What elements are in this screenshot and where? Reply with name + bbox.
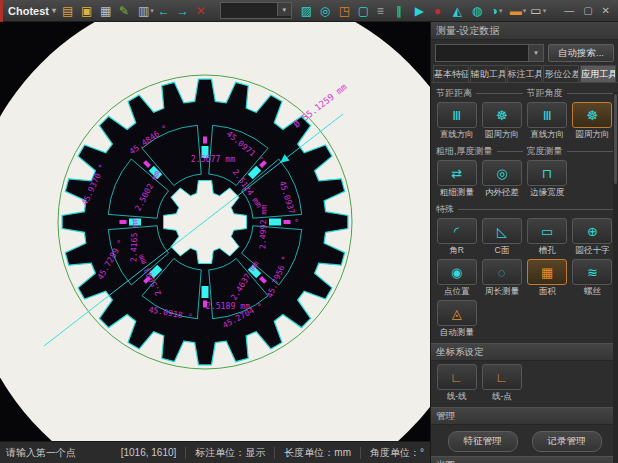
tool-area[interactable]: ▦面积 (526, 259, 569, 298)
tool-chamfer[interactable]: ◺C面 (480, 218, 523, 257)
tool-edge-width[interactable]: ⊓边缘宽度 (526, 160, 569, 199)
coordinate-tool-grid: ∟线-线∟线-点 (435, 364, 614, 403)
scale-bars-icon[interactable]: ∥ (396, 3, 411, 19)
width-measurement-label: 2.4992 mm (257, 204, 269, 249)
measure-tool-icon[interactable]: ◭ (453, 3, 468, 19)
open-folder-icon[interactable]: ▣ (81, 3, 96, 19)
tool-label: 内外径差 (485, 187, 519, 199)
new-part-icon[interactable]: ▤ (62, 3, 77, 19)
auto-measure-icon: ◬ (437, 300, 477, 326)
chevron-down-icon: ▾ (52, 6, 56, 15)
minimize-button[interactable]: — (564, 5, 574, 16)
panel-content: 节距距离 节距角度 Ⅲ直线方向☸圆周方向Ⅲ直线方向☸圆周方向 粗细,厚度测量 宽… (431, 82, 618, 463)
circle-cross-icon: ⊕ (572, 218, 612, 244)
tool-label: 直线方向 (440, 129, 474, 141)
width-measure-marker (284, 220, 291, 224)
chevron-down-icon[interactable]: ▾ (277, 3, 291, 16)
tool-corner-radius[interactable]: ◜角R (435, 218, 478, 257)
save-icon[interactable]: ▦ (100, 3, 115, 19)
camera-viewport[interactable]: 2.5677 mm2.5002 mm2.4165 mm2.5093 mm2.51… (0, 22, 430, 441)
tool-label: 圆周方向 (485, 129, 519, 141)
tool-axis-line-line[interactable]: ∟线-线 (435, 364, 478, 403)
tool-label: 线-点 (492, 391, 512, 403)
special-tool-grid: ◜角R◺C面▭槽孔⊕圆径十字◉点位置◌周长测量▦面积≋螺丝◬自动测量 (435, 218, 614, 339)
tool-label: 角R (449, 245, 464, 257)
thickness-measure-icon: ⇄ (437, 160, 477, 186)
panel-tabs: 基本特征辅助工具标注工具形位公差应用工具 (431, 65, 618, 82)
toolbar-file-group: ▤▣▦✎▥▾←→✕ (60, 3, 213, 19)
tool-label: 面积 (539, 286, 556, 298)
list-icon[interactable]: ≡ (377, 3, 392, 19)
redo-icon[interactable]: → (177, 3, 192, 19)
panel-tab-2[interactable]: 辅助工具 (470, 65, 506, 82)
tool-auto-measure[interactable]: ◬自动测量 (435, 300, 478, 339)
edit-program-icon[interactable]: ✎ (119, 3, 134, 19)
slot-hole-icon: ▭ (527, 218, 567, 244)
toolbar-tools-group: ▨◎◳▢≡∥▶●◭◍◑▾▬▾▭▾ (299, 3, 548, 19)
area-icon: ▦ (527, 259, 567, 285)
auto-search-button[interactable]: 自动搜索... (548, 44, 614, 62)
angle-unit: 角度单位：° (370, 446, 424, 460)
tool-circle-cross[interactable]: ⊕圆径十字 (571, 218, 614, 257)
manage-buttons-row: 特征管理记录管理 (435, 431, 614, 452)
panel-tab-1[interactable]: 基本特征 (433, 65, 469, 82)
pitch-angle-circular-icon: ☸ (572, 102, 612, 128)
tool-slot-hole[interactable]: ▭槽孔 (526, 218, 569, 257)
magnifier-icon[interactable]: ◎ (320, 3, 335, 19)
record-icon[interactable]: ● (434, 3, 449, 19)
panel-tab-4[interactable]: 形位公差 (543, 65, 579, 82)
width-measurement-label: 2.5677 mm (191, 154, 235, 164)
record-manage-button[interactable]: 记录管理 (532, 431, 602, 452)
tool-screw-thread[interactable]: ≋螺丝 (571, 259, 614, 298)
tool-thickness-measure[interactable]: ⇄粗细测量 (435, 160, 478, 199)
tool-axis-line-point[interactable]: ∟线-点 (480, 364, 523, 403)
tool-point-position[interactable]: ◉点位置 (435, 259, 478, 298)
tool-pitch-distance-circular[interactable]: ☸圆周方向 (480, 102, 523, 141)
annotation-unit: 标注单位：显示 (195, 446, 265, 460)
pitch-angle-linear-icon: Ⅲ (527, 102, 567, 128)
pitch-distance-linear-icon: Ⅲ (437, 102, 477, 128)
application-window: Chotest ▾ ▤▣▦✎▥▾←→✕ ▾ ▨◎◳▢≡∥▶●◭◍◑▾▬▾▭▾ —… (0, 0, 618, 463)
pitch-distance-circular-icon: ☸ (482, 102, 522, 128)
panel-title: 测量-设定数据 (431, 22, 618, 40)
rotate-tool-icon[interactable]: ◑▾ (491, 3, 506, 19)
close-button[interactable]: ✕ (602, 5, 610, 16)
tool-label: 粗细测量 (440, 187, 474, 199)
run-icon[interactable]: ▶ (415, 3, 430, 19)
feature-combobox[interactable]: ▾ (435, 44, 544, 62)
tool-pitch-distance-linear[interactable]: Ⅲ直线方向 (435, 102, 478, 141)
toolbar-combobox[interactable]: ▾ (220, 2, 292, 19)
chamfer-icon: ◺ (482, 218, 522, 244)
chevron-down-icon[interactable]: ▾ (528, 45, 543, 61)
panel-tab-5[interactable]: 应用工具 (580, 65, 616, 82)
cursor-coordinates: [1016, 1610] (121, 447, 177, 458)
layers-icon[interactable]: ▬▾ (510, 3, 527, 19)
tool-pitch-angle-circular[interactable]: ☸圆周方向 (571, 102, 614, 141)
compare-tool-icon[interactable]: ◍ (472, 3, 487, 19)
thickness-tool-grid: ⇄粗细测量◎内外径差⊓边缘宽度 (435, 160, 614, 199)
inner-outer-diameter-icon: ◎ (482, 160, 522, 186)
save-as-icon[interactable]: ▥▾ (138, 3, 154, 19)
section-header-thickness: 粗细,厚度测量 宽度测量 (436, 145, 613, 158)
undo-icon[interactable]: ← (158, 3, 173, 19)
region-select-icon[interactable]: ◳ (339, 3, 354, 19)
spoke-edge-highlight (202, 286, 209, 298)
keyboard-icon[interactable]: ▭▾ (530, 3, 546, 19)
tool-pitch-angle-linear[interactable]: Ⅲ直线方向 (526, 102, 569, 141)
maximize-button[interactable]: ▢ (583, 5, 592, 16)
app-menu-button[interactable]: Chotest ▾ (8, 5, 56, 17)
display-icon[interactable]: ▢ (358, 3, 373, 19)
image-capture-icon[interactable]: ▨ (301, 3, 316, 19)
tool-label: 周长测量 (485, 286, 519, 298)
delete-icon[interactable]: ✕ (196, 3, 211, 19)
panel-scrollbar[interactable] (613, 92, 618, 463)
tool-label: 槽孔 (539, 245, 556, 257)
feature-manage-button[interactable]: 特征管理 (448, 431, 518, 452)
panel-tab-3[interactable]: 标注工具 (507, 65, 543, 82)
edge-width-icon: ⊓ (527, 160, 567, 186)
tool-label: 自动测量 (440, 327, 474, 339)
tool-inner-outer-diameter[interactable]: ◎内外径差 (480, 160, 523, 199)
tool-perimeter-measure[interactable]: ◌周长测量 (480, 259, 523, 298)
width-measure-marker (120, 220, 127, 224)
point-position-icon: ◉ (437, 259, 477, 285)
